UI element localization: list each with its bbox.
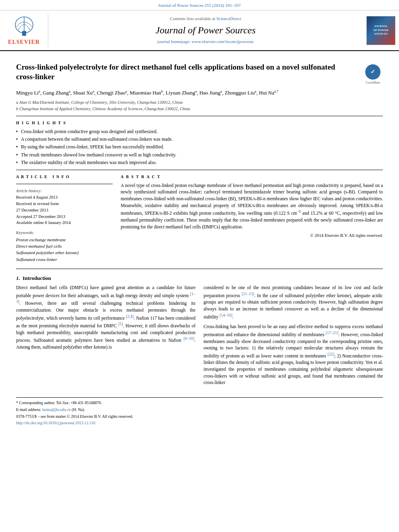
- divider-3: [16, 269, 383, 269]
- keyword-4: Sulfonated cross-linker: [16, 257, 113, 263]
- compared-text: Compared: [358, 189, 377, 194]
- ref-2-4: [2,4]: [126, 314, 134, 318]
- affiliation-b: b Changchun Institute of Applied Chemist…: [16, 106, 383, 112]
- highlight-item-2: A comparison between the sulfonated and …: [16, 136, 383, 142]
- available-date: Available online 8 January 2014: [16, 220, 113, 226]
- journal-header: ELSEVIER Contents lists available at Sci…: [0, 10, 399, 51]
- article-history: Article history: Received 4 August 2013 …: [16, 188, 113, 226]
- crossmark-section: ✓ CrossMark: [363, 64, 383, 85]
- article-title: Cross-linked polyelectrolyte for direct …: [16, 62, 363, 82]
- divider-1: [16, 116, 383, 116]
- highlights-section: H I G H L I G H T S Cross-linker with pr…: [16, 120, 383, 165]
- history-label: Article history:: [16, 188, 113, 194]
- affiliation-a: a Alan G MacDiarmid Institute, College o…: [16, 99, 383, 106]
- abstract-col: A B S T R A C T A novel type of cross-li…: [121, 174, 383, 263]
- email-link[interactable]: huina@jlu.edu.cn: [42, 407, 71, 412]
- received-date: Received 4 August 2013: [16, 195, 113, 201]
- journal-reference: Journal of Power Sources 255 (2014) 101–…: [0, 0, 399, 10]
- keywords-section: Keywords: Proton exchange membrane Direc…: [16, 230, 113, 263]
- journal-ref-text: Journal of Power Sources 255 (2014) 101–…: [158, 3, 241, 8]
- ref-11-13: [11–13]: [242, 292, 254, 296]
- divider-2: [16, 170, 383, 170]
- doi-link[interactable]: http://dx.doi.org/10.1016/j.jpowsour.201…: [16, 420, 383, 426]
- abstract-text: A novel type of cross-linked proton exch…: [121, 182, 383, 230]
- article-info-col: A R T I C L E I N F O Article history: R…: [16, 174, 113, 263]
- highlight-item-1: Cross-linker with proton conductive grou…: [16, 128, 383, 135]
- highlights-label: H I G H L I G H T S: [16, 120, 383, 126]
- footer-section: * Corresponding author. Tel./fax: +86 43…: [16, 397, 383, 426]
- received-revised-date2: 27 December 2013: [16, 207, 113, 214]
- crossmark-label: CrossMark: [366, 80, 380, 85]
- homepage-link[interactable]: www.elsevier.com/locate/jpowsour: [191, 39, 253, 44]
- authors-line: Mingyu Lia, Gang Zhanga, Shuai Xua, Chen…: [16, 89, 383, 97]
- keyword-3: Sulfonated poly(ether ether ketone): [16, 250, 113, 256]
- cover-thumbnail: JOURNALOF POWERSOURCES: [366, 16, 395, 45]
- received-revised-date: Received in revised form: [16, 201, 113, 207]
- intro-two-col: Direct methanol fuel cells (DMFCs) have …: [16, 284, 383, 389]
- intro-para-2: considered to be one of the most promisi…: [204, 284, 383, 320]
- highlight-item-4: The result membranes showed low methanol…: [16, 152, 383, 158]
- ref-1-3: [1–3]: [16, 292, 195, 304]
- highlight-item-3: By using the sulfonated cross-linker, SP…: [16, 144, 383, 150]
- ref-17-21: [17–21]: [326, 331, 339, 335]
- keyword-2: Direct methanol fuel cells: [16, 243, 113, 249]
- introduction-section: 1. Introduction Direct methanol fuel cel…: [16, 275, 383, 389]
- ref-22: [22]: [327, 352, 334, 356]
- sciencedirect-link[interactable]: ScienceDirect: [216, 16, 241, 21]
- copyright-line: © 2014 Elsevier B.V. All rights reserved…: [121, 232, 383, 238]
- article-info-label: A R T I C L E I N F O: [16, 174, 113, 180]
- email-note: E-mail address: huina@jlu.edu.cn (H. Na)…: [16, 407, 383, 413]
- intro-right-col: considered to be one of the most promisi…: [204, 284, 383, 389]
- elsevier-tree-icon: [10, 15, 38, 37]
- abstract-label: A B S T R A C T: [121, 174, 383, 180]
- ref-6-10: [6–10]: [183, 336, 194, 341]
- section-title-intro: 1. Introduction: [16, 275, 383, 282]
- keywords-label: Keywords:: [16, 230, 113, 236]
- intro-left-col: Direct methanol fuel cells (DMFCs) have …: [16, 284, 195, 389]
- accepted-date: Accepted 27 December 2013: [16, 214, 113, 220]
- journal-info-center: Contents lists available at ScienceDirec…: [48, 14, 363, 47]
- elsevier-brand: ELSEVIER: [8, 38, 40, 46]
- article-title-section: Cross-linked polyelectrolyte for direct …: [16, 62, 383, 85]
- keyword-1: Proton exchange membrane: [16, 237, 113, 243]
- affiliations: a Alan G MacDiarmid Institute, College o…: [16, 99, 383, 112]
- paper-body: Cross-linked polyelectrolyte for direct …: [0, 51, 399, 430]
- doi-url[interactable]: http://dx.doi.org/10.1016/j.jpowsour.201…: [16, 421, 95, 425]
- elsevier-logo-section: ELSEVIER: [0, 14, 48, 47]
- corresponding-author-note: * Corresponding author. Tel./fax: +86 43…: [16, 400, 383, 406]
- journal-cover-image: JOURNALOF POWERSOURCES: [363, 14, 399, 47]
- ref-5: [5]: [118, 322, 123, 326]
- info-abstract-section: A R T I C L E I N F O Article history: R…: [16, 174, 383, 263]
- sciencedirect-line: Contents lists available at ScienceDirec…: [56, 16, 355, 22]
- intro-para-3: Cross-linking has been proved to be an e…: [204, 323, 383, 386]
- crossmark-badge: ✓: [365, 64, 380, 80]
- section-number: 1.: [16, 275, 20, 281]
- issn-line: 0378-7753/$ – see front matter © 2014 El…: [16, 414, 383, 419]
- journal-title: Journal of Power Sources: [56, 24, 355, 37]
- divider-info: [16, 184, 113, 184]
- highlight-item-5: The oxidative stability of the result me…: [16, 159, 383, 166]
- journal-homepage: journal homepage: www.elsevier.com/locat…: [56, 39, 355, 45]
- intro-para-1: Direct methanol fuel cells (DMFCs) have …: [16, 284, 195, 350]
- ref-14-16: [14–16]: [220, 313, 232, 317]
- email-label: E-mail address:: [16, 407, 42, 412]
